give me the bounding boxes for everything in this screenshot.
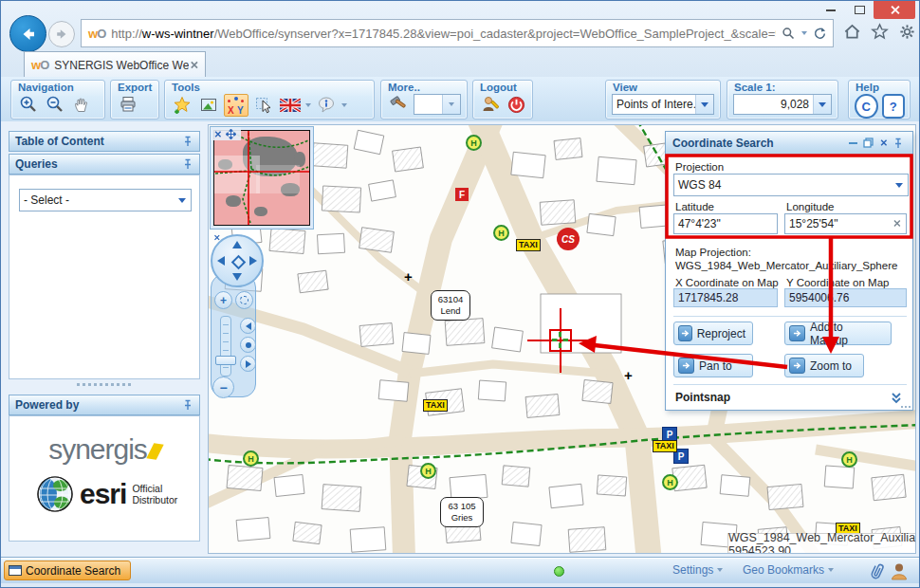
pan-to-button[interactable]: Pan to [673, 354, 753, 377]
info-dropdown-icon[interactable] [341, 103, 347, 107]
expand-chevrons-icon[interactable] [890, 391, 903, 404]
pointsnap-section-header[interactable]: Pointsnap [675, 391, 730, 404]
close-button[interactable] [874, 1, 915, 19]
pan-control[interactable] [211, 234, 264, 287]
panel-resize-handle[interactable] [77, 383, 134, 388]
logout-button[interactable] [506, 94, 528, 115]
pin-icon[interactable] [182, 136, 193, 147]
zoom-out-button[interactable]: − [212, 377, 234, 398]
search-icon[interactable] [782, 27, 796, 41]
url-text[interactable]: http://w-ws-wintner/WebOffice/synserver?… [111, 27, 776, 41]
attachment-icon[interactable] [870, 561, 885, 580]
prev-extent-button[interactable] [240, 318, 256, 334]
refresh-icon[interactable] [813, 27, 827, 41]
group-view-label: View [606, 81, 720, 93]
minimize-button[interactable] [817, 1, 845, 19]
queries-panel-header[interactable]: Queries [9, 154, 200, 175]
query-select-value: - Select - [20, 193, 174, 207]
overview-close-icon[interactable] [214, 130, 222, 138]
select-tool[interactable] [252, 95, 275, 116]
parcel-label-lend: 63104Lend [431, 290, 470, 321]
overview-map[interactable] [210, 126, 314, 230]
panel-minimize-button[interactable] [845, 137, 860, 150]
zoom-slider-handle[interactable] [215, 356, 236, 365]
toc-title: Table of Content [15, 135, 104, 148]
view-select[interactable]: Points of Intere... [612, 94, 714, 115]
add-favorite-tool[interactable] [171, 95, 193, 116]
zoom-to-button[interactable]: Zoom to [784, 354, 864, 377]
full-extent-button[interactable] [235, 291, 253, 309]
taxi-marker: TAXI [423, 399, 448, 412]
powered-by-header[interactable]: Powered by [9, 395, 200, 415]
panel-restore-button[interactable] [860, 137, 875, 150]
group-navigation-label: Navigation [11, 81, 104, 93]
copyright-button[interactable]: C [855, 94, 878, 119]
settings-gear-icon[interactable] [898, 23, 916, 41]
latitude-input[interactable] [673, 213, 778, 234]
pan-right-icon[interactable] [249, 256, 257, 266]
pan-up-icon[interactable] [232, 241, 242, 248]
zoom-out-tool[interactable] [44, 94, 66, 115]
user-profile-button[interactable] [479, 94, 502, 115]
clear-longitude-icon[interactable] [892, 219, 900, 227]
bus-stop-marker: H [662, 474, 678, 490]
tab-close-icon[interactable] [190, 61, 198, 69]
export-image-tool[interactable] [197, 95, 220, 116]
geo-bookmarks-menu[interactable]: Geo Bookmarks [743, 563, 834, 577]
powered-by-body: synergis esri OfficialDistributor [9, 415, 200, 542]
zoom-in-tool[interactable] [17, 94, 40, 115]
zoom-in-button[interactable]: + [214, 291, 232, 309]
pin-icon[interactable] [182, 399, 193, 411]
pin-icon[interactable] [182, 158, 193, 170]
x-coordinate-field[interactable]: 1717845.28 [673, 288, 778, 307]
add-to-markup-button[interactable]: Add to Markup [784, 322, 892, 345]
info-tool[interactable] [315, 95, 338, 116]
settings-menu[interactable]: Settings [672, 563, 723, 577]
pan-down-icon[interactable] [232, 273, 242, 281]
pan-left-icon[interactable] [217, 256, 225, 266]
zoom-slider[interactable] [220, 316, 231, 377]
panel-resize-grip[interactable] [901, 406, 911, 408]
coordinate-search-taskbar-button[interactable]: Coordinate Search [4, 560, 131, 580]
coordinate-search-tool-active[interactable]: X Y [224, 94, 248, 117]
browser-forward-button[interactable] [48, 21, 75, 47]
next-extent-button[interactable] [240, 356, 256, 372]
more-tools-select[interactable] [414, 94, 461, 115]
projection-select[interactable]: WGS 84 [673, 174, 909, 196]
current-extent-button[interactable] [240, 337, 256, 353]
esri-logo: esri OfficialDistributor [36, 475, 177, 513]
powered-by-title: Powered by [15, 398, 79, 412]
longitude-input[interactable] [784, 213, 907, 234]
more-tools-button[interactable] [387, 94, 410, 115]
language-dropdown-icon[interactable] [305, 103, 311, 107]
reproject-button[interactable]: Reproject [673, 322, 753, 345]
scale-select[interactable]: 9,028 [733, 94, 832, 115]
overview-move-icon[interactable] [226, 129, 236, 139]
pan-tool[interactable] [70, 94, 93, 115]
y-coordinate-field[interactable]: 5954006.76 [784, 288, 907, 307]
language-tool[interactable] [279, 95, 302, 116]
favorites-star-icon[interactable] [871, 23, 889, 41]
maximize-button[interactable] [845, 1, 874, 19]
print-button[interactable] [117, 94, 139, 115]
browser-tab[interactable]: wO SYNERGIS WebOffice Web... [24, 51, 206, 78]
coordinate-search-header[interactable]: Coordinate Search [666, 132, 912, 155]
pan-center-icon[interactable] [231, 255, 247, 270]
help-button[interactable]: ? [882, 94, 906, 119]
address-dropdown-icon[interactable] [801, 31, 807, 35]
user-icon[interactable] [891, 561, 908, 580]
home-icon[interactable] [843, 23, 861, 41]
toc-panel-header[interactable]: Table of Content [9, 131, 200, 152]
info-balloon-icon [317, 96, 336, 115]
panel-pin-button[interactable] [891, 137, 906, 150]
caret-down-icon [895, 183, 903, 188]
address-bar[interactable]: wO http://w-ws-wintner/WebOffice/synserv… [81, 19, 834, 47]
panel-close-button[interactable] [875, 137, 891, 150]
church-cross-marker: + [404, 268, 413, 285]
browser-back-button[interactable] [9, 15, 46, 52]
dot-icon [246, 342, 251, 348]
query-select[interactable]: - Select - [19, 189, 192, 211]
nav-widget-close-icon[interactable] [213, 234, 220, 241]
main-content: Table of Content Queries - Select - Powe… [1, 121, 919, 558]
arrow-right-icon [678, 358, 694, 374]
